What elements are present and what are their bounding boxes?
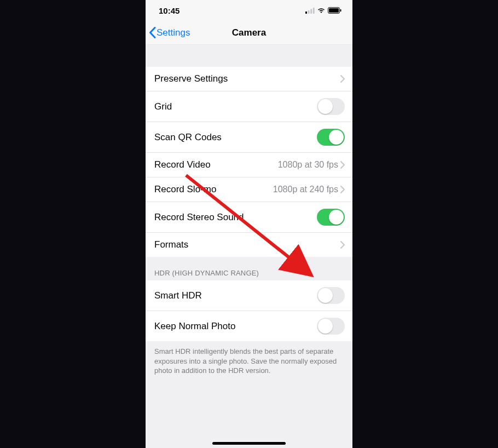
row-label: Record Stereo Sound bbox=[154, 212, 317, 223]
status-right bbox=[305, 6, 341, 15]
chevron-right-icon bbox=[340, 186, 345, 193]
navbar: Settings Camera bbox=[146, 21, 352, 45]
row-record-slomo[interactable]: Record Slo-mo 1080p at 240 fps bbox=[146, 177, 352, 202]
svg-rect-5 bbox=[329, 8, 339, 13]
back-label: Settings bbox=[157, 27, 190, 38]
toggle-scan-qr[interactable] bbox=[317, 129, 345, 146]
row-scan-qr[interactable]: Scan QR Codes bbox=[146, 122, 352, 153]
row-label: Keep Normal Photo bbox=[154, 321, 317, 332]
row-value: 1080p at 30 fps bbox=[278, 160, 338, 170]
phone-screen: 10:45 Settings Camera Preserve Settings … bbox=[146, 0, 352, 448]
chevron-right-icon bbox=[340, 241, 345, 249]
row-record-video[interactable]: Record Video 1080p at 30 fps bbox=[146, 153, 352, 177]
svg-rect-0 bbox=[305, 12, 307, 14]
row-label: Record Slo-mo bbox=[154, 184, 273, 195]
chevron-left-icon bbox=[149, 27, 156, 38]
toggle-smart-hdr[interactable] bbox=[317, 287, 345, 304]
row-label: Grid bbox=[154, 101, 317, 112]
svg-rect-2 bbox=[310, 9, 312, 13]
svg-rect-3 bbox=[313, 8, 315, 14]
svg-rect-6 bbox=[340, 9, 341, 11]
settings-list-1: Preserve Settings Grid Scan QR Codes Rec… bbox=[146, 67, 352, 257]
wifi-icon bbox=[317, 6, 326, 15]
status-time: 10:45 bbox=[159, 6, 179, 15]
chevron-right-icon bbox=[340, 75, 345, 83]
toggle-keep-normal[interactable] bbox=[317, 318, 345, 335]
row-label: Record Video bbox=[154, 159, 278, 170]
row-formats[interactable]: Formats bbox=[146, 233, 352, 257]
status-bar: 10:45 bbox=[146, 0, 352, 21]
svg-rect-1 bbox=[308, 10, 310, 14]
toggle-grid[interactable] bbox=[317, 98, 345, 115]
home-indicator[interactable] bbox=[212, 442, 286, 445]
row-label: Preserve Settings bbox=[154, 73, 340, 84]
row-smart-hdr[interactable]: Smart HDR bbox=[146, 280, 352, 311]
chevron-right-icon bbox=[340, 161, 345, 169]
cellular-signal-icon bbox=[305, 6, 315, 15]
row-keep-normal-photo[interactable]: Keep Normal Photo bbox=[146, 311, 352, 341]
row-label: Smart HDR bbox=[154, 290, 317, 301]
back-button[interactable]: Settings bbox=[146, 27, 190, 38]
toggle-record-stereo[interactable] bbox=[317, 209, 345, 226]
row-preserve-settings[interactable]: Preserve Settings bbox=[146, 67, 352, 91]
spacer bbox=[146, 45, 352, 67]
row-label: Formats bbox=[154, 239, 340, 250]
settings-list-hdr: Smart HDR Keep Normal Photo bbox=[146, 280, 352, 341]
row-label: Scan QR Codes bbox=[154, 132, 317, 143]
section-header-hdr: HDR (HIGH DYNAMIC RANGE) bbox=[146, 257, 352, 280]
row-record-stereo[interactable]: Record Stereo Sound bbox=[146, 202, 352, 233]
battery-icon bbox=[328, 6, 341, 15]
section-footer-hdr: Smart HDR intelligently blends the best … bbox=[146, 341, 352, 379]
row-value: 1080p at 240 fps bbox=[273, 185, 338, 194]
row-grid[interactable]: Grid bbox=[146, 91, 352, 122]
